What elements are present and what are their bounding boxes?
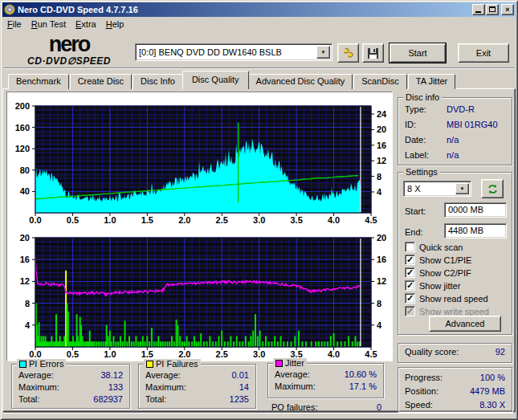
svg-text:4.0: 4.0 — [328, 215, 340, 225]
checkbox-box[interactable] — [405, 242, 415, 252]
checkbox-show-jitter[interactable]: ✓Show jitter — [405, 280, 460, 291]
svg-text:20: 20 — [377, 124, 386, 134]
stats-row-label: Maximum: — [145, 382, 239, 392]
svg-text:16: 16 — [377, 255, 386, 264]
svg-text:4.5: 4.5 — [365, 215, 377, 225]
drive-select[interactable]: [0:0] BENQ DVD DD DW1640 BSLB ▼ — [135, 43, 332, 61]
checkbox-show-c2-pif[interactable]: ✓Show C2/PIF — [405, 267, 471, 278]
svg-text:2.0: 2.0 — [178, 215, 190, 225]
charts-svg: 242016128420016012080400.00.51.01.52.02.… — [7, 92, 394, 362]
disc-info-value: DVD-R — [447, 104, 505, 114]
checkbox-label: Show write speed — [419, 307, 489, 316]
menu-run-test[interactable]: Run Test — [27, 18, 71, 31]
svg-text:1.5: 1.5 — [141, 215, 153, 225]
menubar: FileRun TestExtraHelp — [2, 17, 516, 31]
save-button[interactable] — [362, 43, 384, 63]
checkbox-label: Show C2/PIF — [419, 268, 471, 278]
progress-row-value: 8.30 X — [479, 400, 505, 410]
progress-row-label: Progress: — [405, 373, 480, 382]
burn-options-button[interactable] — [337, 43, 359, 63]
refresh-button[interactable] — [481, 179, 504, 198]
tabstrip: BenchmarkCreate DiscDisc InfoDisc Qualit… — [8, 71, 456, 89]
tab-advanced-disc-quality[interactable]: Advanced Disc Quality — [248, 74, 353, 89]
po-failures-label: PO failures: — [271, 402, 317, 412]
stats-row-label: Average: — [18, 370, 100, 380]
progress-row-value: 100 % — [480, 373, 505, 382]
svg-text:1.0: 1.0 — [104, 349, 116, 359]
checkbox-box[interactable]: ✓ — [405, 293, 415, 304]
legend-swatch — [146, 361, 153, 368]
tab-disc-info[interactable]: Disc Info — [133, 74, 183, 89]
stats-row-label: Total: — [145, 394, 230, 404]
chevron-down-icon[interactable]: ▼ — [316, 46, 330, 59]
quality-score-value: 92 — [496, 347, 505, 357]
svg-text:2.0: 2.0 — [178, 349, 190, 359]
disc-info-value: MBI 01RG40 — [447, 120, 505, 129]
svg-text:1.5: 1.5 — [141, 349, 153, 359]
svg-text:24: 24 — [377, 109, 387, 119]
svg-text:20: 20 — [20, 233, 30, 243]
checkbox-label: Show read speed — [419, 294, 488, 304]
toolbar-separator — [4, 67, 514, 69]
svg-text:120: 120 — [15, 144, 30, 153]
start-position-field[interactable]: 0000 MB — [444, 202, 507, 218]
tab-create-disc[interactable]: Create Disc — [70, 74, 132, 89]
maximize-button[interactable] — [486, 4, 499, 15]
advanced-button[interactable]: Advanced — [429, 316, 501, 332]
stats-row-label: Average: — [275, 369, 345, 379]
start-position-label: Start: — [405, 206, 426, 216]
chevron-down-icon[interactable]: ▼ — [455, 183, 469, 194]
menu-file[interactable]: File — [2, 18, 27, 31]
progress-panel: Progress:100 %Position:4479 MBSpeed:8.30… — [398, 367, 512, 412]
svg-text:200: 200 — [15, 101, 30, 111]
stats-pi-errors: PI ErrorsAverage:38.12Maximum:133Total:6… — [11, 364, 130, 409]
legend-swatch — [275, 360, 283, 367]
checkbox-quick-scan[interactable]: Quick scan — [405, 242, 463, 252]
save-icon — [367, 47, 379, 59]
checkbox-box[interactable]: ✓ — [405, 267, 415, 278]
legend-swatch — [19, 361, 27, 368]
disc-info-label: ID: — [405, 120, 447, 129]
svg-text:3.5: 3.5 — [290, 215, 302, 225]
svg-text:0.5: 0.5 — [67, 215, 79, 225]
close-button[interactable]: × — [501, 4, 514, 15]
svg-text:2.5: 2.5 — [216, 349, 228, 359]
svg-text:0.0: 0.0 — [29, 215, 41, 225]
svg-text:4.0: 4.0 — [328, 349, 340, 359]
tab-ta-jitter[interactable]: TA Jitter — [408, 74, 456, 89]
checkbox-box[interactable]: ✓ — [405, 280, 415, 291]
end-position-field[interactable]: 4480 MB — [444, 223, 507, 239]
start-button[interactable]: Start — [390, 43, 446, 63]
exit-button[interactable]: Exit — [458, 43, 509, 63]
titlebar: Nero CD-DVD Speed 4.7.7.16 × — [2, 2, 516, 17]
checkbox-label: Show jitter — [419, 281, 460, 291]
stats-row-value: 14 — [239, 382, 249, 392]
svg-text:12: 12 — [377, 276, 386, 286]
tab-scandisc[interactable]: ScanDisc — [353, 74, 406, 89]
tab-disc-quality[interactable]: Disc Quality — [182, 71, 249, 89]
stats-box-title: PI Errors — [29, 359, 63, 369]
checkbox-show-read-speed[interactable]: ✓Show read speed — [405, 293, 488, 304]
menu-extra[interactable]: Extra — [71, 18, 101, 31]
checkbox-box[interactable]: ✓ — [405, 255, 415, 265]
stats-row-label: Maximum: — [275, 381, 349, 391]
cdvdspeed-logo-text: CD·DVD∅SPEED — [8, 56, 130, 66]
menu-help[interactable]: Help — [101, 18, 129, 31]
scan-speed-select[interactable]: 8 X ▼ — [403, 181, 471, 197]
disc-info-label: Type: — [405, 104, 447, 114]
progress-row-label: Position: — [405, 386, 470, 396]
svg-text:16: 16 — [20, 255, 30, 264]
stats-row-value: 38.12 — [100, 370, 123, 380]
tab-benchmark[interactable]: Benchmark — [8, 74, 69, 89]
stats-row-label: Total: — [18, 394, 93, 404]
checkbox-show-c1-pie[interactable]: ✓Show C1/PIE — [405, 255, 471, 265]
app-icon — [4, 4, 15, 15]
refresh-icon — [487, 183, 499, 195]
svg-text:0.5: 0.5 — [67, 349, 79, 359]
svg-text:8: 8 — [377, 299, 381, 308]
svg-text:8: 8 — [25, 299, 30, 308]
svg-text:3.0: 3.0 — [253, 349, 265, 359]
minimize-button[interactable] — [472, 4, 485, 15]
svg-text:12: 12 — [377, 156, 386, 165]
app-window: Nero CD-DVD Speed 4.7.7.16 × FileRun Tes… — [0, 0, 518, 420]
